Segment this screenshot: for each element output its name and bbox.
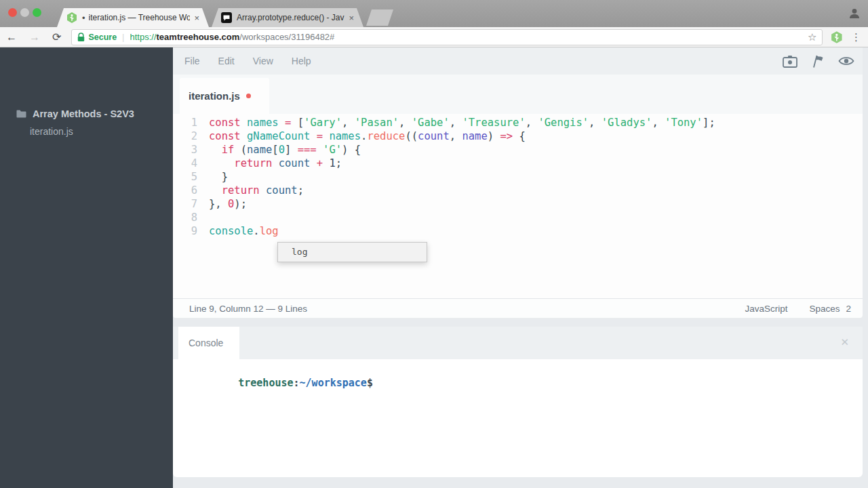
folder-icon xyxy=(16,110,26,118)
menu-items: FileEditViewHelp xyxy=(173,56,311,66)
secure-label: Secure xyxy=(88,33,117,42)
console-terminal[interactable]: treehouse:~/workspace$ xyxy=(173,359,863,477)
cursor-position-text: Line 9, Column 12 — 9 Lines xyxy=(173,304,307,314)
menu-item-file[interactable]: File xyxy=(184,56,200,66)
menu-item-view[interactable]: View xyxy=(253,56,273,66)
bookmark-star-icon[interactable]: ☆ xyxy=(808,31,816,43)
address-bar[interactable]: Secure | https://teamtreehouse.com/works… xyxy=(71,29,823,45)
url-text: https://teamtreehouse.com/workspaces/311… xyxy=(130,32,802,42)
browser-tab-mdn[interactable]: Array.prototype.reduce() - Jav × xyxy=(212,8,363,27)
code-text: }, 0); xyxy=(209,197,247,211)
tab-close-icon[interactable]: × xyxy=(194,13,199,23)
url-scheme: https:// xyxy=(130,32,157,42)
lock-icon xyxy=(77,33,85,42)
prompt-path: ~/workspace xyxy=(300,377,367,389)
line-number: 8 xyxy=(173,211,197,224)
autocomplete-item[interactable]: log xyxy=(278,243,427,262)
line-number: 3 xyxy=(173,143,197,157)
omnibox-divider: | xyxy=(122,32,124,42)
treehouse-favicon xyxy=(66,12,77,23)
code-line[interactable]: 6 return count; xyxy=(173,184,863,197)
new-tab-button[interactable] xyxy=(366,9,393,26)
code-line[interactable]: 2const gNameCount = names.reduce((count,… xyxy=(173,129,863,143)
preview-eye-icon[interactable] xyxy=(838,56,854,66)
console-tab[interactable]: Console xyxy=(178,327,239,359)
code-text: } xyxy=(209,170,228,184)
forward-icon[interactable]: → xyxy=(23,32,46,43)
line-number: 9 xyxy=(173,224,197,238)
browser-menu-icon[interactable]: ⋮ xyxy=(851,31,861,43)
line-number: 4 xyxy=(173,157,197,170)
close-window-button[interactable] xyxy=(8,8,17,17)
editor-tab-label: iteration.js xyxy=(189,90,240,102)
sidebar-item-iteration-js[interactable]: iteration.js xyxy=(30,126,73,137)
browser-titlebar: • iteration.js — Treehouse Wor × Array.p… xyxy=(0,0,868,27)
unsaved-dot xyxy=(246,94,251,98)
prompt-dollar: $ xyxy=(367,377,373,389)
profile-avatar-icon[interactable] xyxy=(848,7,861,20)
code-line[interactable]: 8 xyxy=(173,211,863,224)
indent-selector[interactable]: Spaces 2 xyxy=(809,304,851,314)
code-line[interactable]: 7}, 0); xyxy=(173,197,863,211)
code-text: if (name[0] === 'G') { xyxy=(209,143,361,157)
extension-icon[interactable] xyxy=(831,31,843,43)
flag-icon[interactable] xyxy=(812,55,824,68)
url-domain: teamtreehouse.com xyxy=(157,32,240,42)
workspace-toolbar-icons xyxy=(783,55,863,68)
autocomplete-popup: log xyxy=(277,242,427,262)
code-text: console.log xyxy=(209,224,279,238)
tab-close-icon[interactable]: × xyxy=(349,13,354,23)
line-number: 1 xyxy=(173,116,197,129)
prompt-colon: : xyxy=(294,377,300,389)
back-icon[interactable]: ← xyxy=(0,32,23,43)
code-lines: 1const names = ['Gary', 'Pasan', 'Gabe',… xyxy=(173,116,863,238)
camera-icon[interactable] xyxy=(783,55,797,68)
tab-modified-indicator: • xyxy=(82,13,85,23)
code-line[interactable]: 9console.log xyxy=(173,224,863,238)
code-text: const gNameCount = names.reduce((count, … xyxy=(209,129,526,143)
console-close-icon[interactable]: ✕ xyxy=(840,337,849,347)
browser-tab-workspace[interactable]: • iteration.js — Treehouse Wor × xyxy=(57,8,209,27)
console-panel: Console ✕ treehouse:~/workspace$ xyxy=(173,327,863,477)
secure-chip[interactable]: Secure xyxy=(77,33,117,42)
minimize-window-button[interactable] xyxy=(20,8,29,17)
terminal-prompt: treehouse:~/workspace$ xyxy=(173,359,863,401)
line-number: 7 xyxy=(173,197,197,211)
code-text: return count + 1; xyxy=(209,157,342,170)
workspace-menubar: FileEditViewHelp xyxy=(173,47,863,75)
browser-toolbar: ← → ⟳ Secure | https://teamtreehouse.com… xyxy=(0,27,868,47)
tab-title: Array.prototype.reduce() - Jav xyxy=(237,13,344,22)
language-selector[interactable]: JavaScript xyxy=(745,304,787,314)
line-number: 6 xyxy=(173,184,197,197)
code-text: const names = ['Gary', 'Pasan', 'Gabe', … xyxy=(209,116,715,129)
file-sidebar: Array Methods - S2V3 iteration.js xyxy=(0,47,173,488)
code-text: return count; xyxy=(209,184,304,197)
url-path: /workspaces/31196482# xyxy=(239,32,334,42)
editor-tabstrip: iteration.js xyxy=(173,75,863,114)
tab-title: iteration.js — Treehouse Wor xyxy=(89,13,191,22)
editor-tab-iteration-js[interactable]: iteration.js xyxy=(180,78,269,114)
code-line[interactable]: 5 } xyxy=(173,170,863,184)
zoom-window-button[interactable] xyxy=(33,8,41,17)
mdn-favicon xyxy=(221,12,232,23)
menu-item-edit[interactable]: Edit xyxy=(218,56,235,66)
line-number: 2 xyxy=(173,129,197,143)
indent-label: Spaces xyxy=(809,304,840,314)
line-number: 5 xyxy=(173,170,197,184)
console-header: Console ✕ xyxy=(173,327,863,359)
sidebar-project-row[interactable]: Array Methods - S2V3 xyxy=(16,108,134,119)
code-editor[interactable]: 1const names = ['Gary', 'Pasan', 'Gabe',… xyxy=(173,114,863,298)
menu-item-help[interactable]: Help xyxy=(292,56,311,66)
editor-statusbar: Line 9, Column 12 — 9 Lines JavaScript S… xyxy=(173,298,863,318)
code-line[interactable]: 4 return count + 1; xyxy=(173,157,863,170)
code-line[interactable]: 1const names = ['Gary', 'Pasan', 'Gabe',… xyxy=(173,116,863,129)
prompt-user: treehouse xyxy=(238,377,293,389)
reload-icon[interactable]: ⟳ xyxy=(46,32,67,43)
code-line[interactable]: 3 if (name[0] === 'G') { xyxy=(173,143,863,157)
indent-size: 2 xyxy=(846,304,851,314)
workspace-main: FileEditViewHelp iteration.js 1const nam… xyxy=(173,47,868,488)
project-name: Array Methods - S2V3 xyxy=(33,108,134,119)
